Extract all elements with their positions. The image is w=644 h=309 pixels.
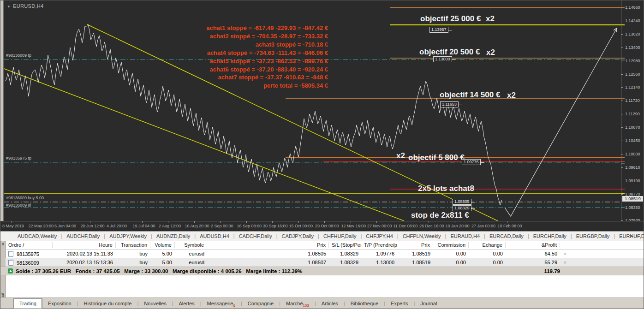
terminal-tab-alertes[interactable]: Alertes: [173, 298, 200, 309]
time-axis-tick: [64, 221, 64, 223]
column-header[interactable]: Prix: [397, 242, 433, 248]
tab-scroll-arrows[interactable]: ◄►: [629, 232, 642, 241]
price-axis-label: 1.10870: [625, 125, 640, 130]
axis-level-mark: [621, 161, 625, 162]
terminal-tab-compagnie[interactable]: Compagnie: [242, 298, 279, 309]
terminal-tab-bibliotheque[interactable]: Bibliotheque: [345, 298, 384, 309]
projection-arrow[interactable]: [505, 28, 617, 216]
axis-level-mark: [621, 157, 625, 158]
terminal-tab-messagerie[interactable]: Messagerie6: [202, 298, 241, 309]
chart-tab-audjpy[interactable]: AUDJPY,Weekly: [105, 232, 151, 241]
cell-order: 98135975: [6, 251, 53, 257]
symbol-tab-bar: AUDCAD,Weekly|AUDCHF,Daily|AUDJPY,Weekly…: [0, 231, 644, 241]
time-axis-label: 2 Aug 12:00: [159, 224, 181, 228]
scroll-right-icon[interactable]: ►: [635, 234, 642, 238]
objective-label: objectif 14 500 €: [440, 90, 500, 100]
chart-tab-chfhuf[interactable]: CHFHUF,Daily: [319, 232, 361, 241]
balance-up-icon: [8, 268, 13, 273]
chart-tab-audnzd[interactable]: AUDNZD,Daily: [152, 232, 194, 241]
chart-tab-audchf[interactable]: AUDCHF,Daily: [62, 232, 104, 241]
scroll-left-icon[interactable]: ◄: [629, 234, 635, 238]
time-axis-tick: [455, 221, 455, 223]
time-axis-label: 16 Aug 20:00: [185, 224, 209, 228]
tab-label: Exposition: [48, 301, 72, 306]
price-axis-label: 1.13400: [625, 45, 640, 50]
price-axis-tick: [621, 21, 623, 21]
column-header[interactable]: S/L (Stop/Perte): [329, 242, 361, 248]
price-tag: 1.08505: [453, 199, 471, 205]
chart-tab-cadjpy[interactable]: CADJPY,Daily: [278, 232, 318, 241]
column-header[interactable]: Echange: [469, 242, 506, 248]
column-header[interactable]: Prix: [207, 242, 329, 248]
column-header[interactable]: Commission: [433, 242, 469, 248]
floating-profit-total: 119.79: [544, 267, 560, 275]
terminal-tab-trading[interactable]: Trading: [13, 298, 42, 309]
column-header[interactable]: &Profit: [506, 242, 560, 248]
terminal-tab-exposition[interactable]: Exposition: [42, 298, 77, 309]
chart-tab-chfjpy[interactable]: CHFJPY,H4: [362, 232, 397, 241]
time-axis-label: 26 Dec 16:00: [419, 224, 444, 228]
price-axis[interactable]: 1.146601.142401.138201.134001.129801.125…: [621, 0, 644, 221]
terminal-panel: x Terminal Ordre /HeureTransactionVolume…: [0, 241, 644, 309]
cell-time: 2020.02.13 15:11:33: [53, 251, 116, 256]
close-icon[interactable]: x: [1, 242, 5, 246]
price-axis-label: 1.12560: [625, 72, 640, 77]
terminal-tab-nouvelles[interactable]: Nouvelles: [138, 298, 172, 309]
time-axis-label: 27 Jan 00:00: [471, 224, 495, 228]
column-header[interactable]: Ordre /: [6, 242, 53, 248]
loss-annotation-line: achat3 stoppé = -710.18 €: [0, 41, 328, 49]
price-axis-label: 1.09610: [625, 165, 640, 170]
axis-level-mark: [621, 59, 625, 60]
price-axis-tick: [621, 101, 623, 101]
time-axis-tick: [351, 221, 351, 223]
price-axis-label: 1.12140: [625, 85, 640, 89]
time-axis-tick: [298, 221, 299, 223]
time-axis-tick: [272, 221, 273, 223]
time-axis-tick: [142, 221, 143, 223]
time-axis-label: 22 May 20:00: [29, 224, 54, 228]
chevron-down-icon[interactable]: ▼: [7, 5, 11, 9]
tab-label: Bibliotheque: [351, 301, 379, 306]
order-id: 98135975: [17, 251, 39, 257]
chart-tab-eurgbp[interactable]: EURGBP,Daily: [572, 232, 614, 241]
column-header[interactable]: Transaction: [116, 242, 150, 248]
order-row[interactable]: 981359752020.02.13 15:11:33buy5.00eurusd…: [6, 250, 644, 258]
close-order-icon[interactable]: ×: [564, 251, 566, 256]
terminal-tab-experts[interactable]: Experts: [385, 298, 413, 309]
time-axis[interactable]: 8 May 201922 May 20:006 Jun 04:0020 Jun …: [0, 221, 644, 232]
chart-tab-cadchf[interactable]: CADCHF,Daily: [235, 232, 276, 241]
column-header[interactable]: T/P (Prendre/profit): [361, 242, 397, 248]
time-axis-tick: [116, 221, 116, 223]
tab-badge: 6: [233, 303, 235, 308]
chart-tab-chfpln[interactable]: CHFPLN,Weekly: [399, 232, 445, 241]
chart-region[interactable]: ▼EURUSD,H4 achat1 stoppé = -617.49 -229.…: [0, 0, 644, 231]
column-header[interactable]: Symbole: [175, 242, 207, 248]
terminal-tab-journal[interactable]: Journal: [415, 298, 442, 309]
column-header[interactable]: Heure: [53, 242, 116, 248]
time-axis-label: 10 Jan 20:00: [446, 224, 470, 228]
chart-tab-audusd[interactable]: AUDUSD,H4: [196, 232, 233, 241]
price-axis-label: 1.12980: [625, 59, 640, 63]
column-header[interactable]: Volume: [150, 242, 175, 248]
axis-level-mark: [621, 58, 625, 59]
order-doc-icon: [8, 251, 13, 257]
cell-volume: 5.00: [150, 251, 175, 256]
close-order-icon[interactable]: ×: [564, 260, 566, 265]
chart-tab-euraud[interactable]: EURAUD,H4: [446, 232, 484, 241]
chart-tab-audcad[interactable]: AUDCAD,Weekly: [13, 232, 61, 241]
chart-tab-eurchf[interactable]: EURCHF,Daily: [529, 232, 571, 241]
chart-tab-eurcad[interactable]: EURCAD,Daily: [485, 232, 528, 241]
price-tag: 1.11653: [440, 101, 459, 107]
price-axis-tick: [621, 167, 623, 168]
terminal-tab-march-[interactable]: Marché103: [280, 298, 315, 309]
time-axis-label: 6 Jun 04:00: [54, 224, 76, 228]
time-axis-label: 29 Oct 08:00: [315, 224, 339, 228]
order-row[interactable]: 981360092020.02.13 15:13:36buy5.00eurusd…: [6, 258, 644, 267]
terminal-tab-articles[interactable]: Articles: [316, 298, 344, 309]
chart-title: ▼EURUSD,H4: [7, 3, 44, 9]
axis-level-mark: [621, 163, 625, 164]
terminal-tab-historique-du-compte[interactable]: Historique du compte: [78, 298, 137, 309]
price-axis-tick: [621, 114, 623, 114]
trend-line[interactable]: [4, 69, 404, 221]
tab-label: Historique du compte: [84, 301, 132, 306]
